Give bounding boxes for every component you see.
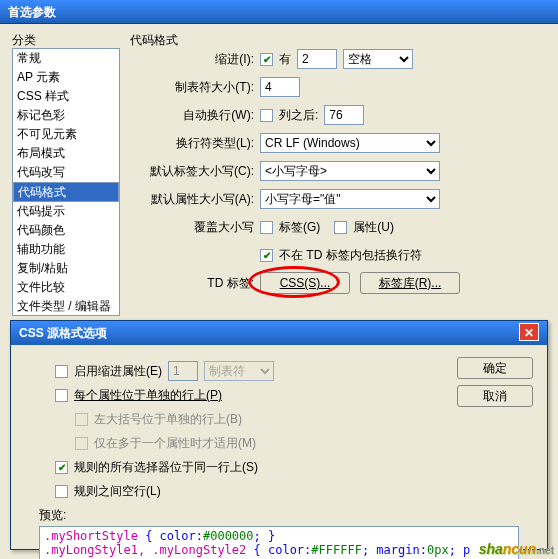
notd-checkbox[interactable]: ✔ bbox=[260, 249, 273, 262]
preview-label: 预览: bbox=[39, 507, 533, 524]
selectors-same-line-label: 规则的所有选择器位于同一行上(S) bbox=[74, 459, 258, 476]
category-item[interactable]: 代码提示 bbox=[13, 202, 119, 221]
notd-label: 不在 TD 标签内包括换行符 bbox=[279, 247, 422, 264]
category-listbox[interactable]: 常规AP 元素CSS 样式标记色彩不可见元素布局模式代码改写代码格式代码提示代码… bbox=[12, 48, 120, 316]
tabsize-input[interactable] bbox=[260, 77, 300, 97]
selectors-same-line-checkbox[interactable]: ✔ bbox=[55, 461, 68, 474]
category-item[interactable]: 布局模式 bbox=[13, 144, 119, 163]
linebreak-label: 换行符类型(L): bbox=[130, 135, 260, 152]
enable-indent-label: 启用缩进属性(E) bbox=[74, 363, 162, 380]
blank-between-rules-label: 规则之间空行(L) bbox=[74, 483, 161, 500]
override-label: 覆盖大小写 bbox=[130, 219, 260, 236]
enable-indent-checkbox[interactable] bbox=[55, 365, 68, 378]
tagcase-label: 默认标签大小写(C): bbox=[130, 163, 260, 180]
form-area: 缩进(I): ✔ 有 空格 制表符大小(T): 自动换行(W): 列之后: 换行… bbox=[130, 48, 552, 300]
tagcase-select[interactable]: <小写字母> bbox=[260, 161, 440, 181]
indent-unit-select2: 制表符 bbox=[204, 361, 274, 381]
category-item[interactable]: CSS 样式 bbox=[13, 87, 119, 106]
dialog-title: CSS 源格式选项 bbox=[19, 321, 107, 345]
override-tag-checkbox[interactable] bbox=[260, 221, 273, 234]
category-item[interactable]: 代码颜色 bbox=[13, 221, 119, 240]
css-options-dialog: CSS 源格式选项 ✕ 确定 取消 启用缩进属性(E) 制表符 每个属性位于单独… bbox=[10, 320, 548, 550]
categories-label: 分类 bbox=[12, 32, 36, 49]
indent-checkbox[interactable]: ✔ bbox=[260, 53, 273, 66]
category-item[interactable]: 文件类型 / 编辑器 bbox=[13, 297, 119, 316]
indent-num-input bbox=[168, 361, 198, 381]
prop-per-line-checkbox[interactable] bbox=[55, 389, 68, 402]
brace-sep-line-checkbox bbox=[75, 413, 88, 426]
ok-button[interactable]: 确定 bbox=[457, 357, 533, 379]
category-item[interactable]: 不可见元素 bbox=[13, 125, 119, 144]
tabsize-label: 制表符大小(T): bbox=[130, 79, 260, 96]
category-item[interactable]: 代码格式 bbox=[13, 182, 119, 202]
linebreak-select[interactable]: CR LF (Windows) bbox=[260, 133, 440, 153]
category-item[interactable]: AP 元素 bbox=[13, 68, 119, 87]
main-titlebar: 首选参数 bbox=[0, 0, 558, 24]
close-icon[interactable]: ✕ bbox=[519, 323, 539, 341]
category-item[interactable]: 辅助功能 bbox=[13, 240, 119, 259]
indent-you: 有 bbox=[279, 51, 291, 68]
category-item[interactable]: 文件比较 bbox=[13, 278, 119, 297]
autowrap-label: 自动换行(W): bbox=[130, 107, 260, 124]
only-multi-prop-checkbox bbox=[75, 437, 88, 450]
indent-label: 缩进(I): bbox=[130, 51, 260, 68]
css-button[interactable]: CSS(S)... bbox=[260, 272, 350, 294]
cancel-button[interactable]: 取消 bbox=[457, 385, 533, 407]
format-label: 代码格式 bbox=[130, 32, 178, 49]
category-item[interactable]: 常规 bbox=[13, 49, 119, 68]
indent-unit-select[interactable]: 空格 bbox=[343, 49, 413, 69]
override-attr-label: 属性(U) bbox=[353, 219, 394, 236]
tdtags-label: TD 标签: bbox=[130, 275, 260, 292]
autowrap-aftercol: 列之后: bbox=[279, 107, 318, 124]
brace-sep-line-label: 左大括号位于单独的行上(B) bbox=[94, 411, 242, 428]
category-item[interactable]: 标记色彩 bbox=[13, 106, 119, 125]
only-multi-prop-label: 仅在多于一个属性时才适用(M) bbox=[94, 435, 256, 452]
dialog-titlebar: CSS 源格式选项 ✕ bbox=[11, 321, 547, 345]
tag-library-button[interactable]: 标签库(R)... bbox=[360, 272, 460, 294]
autowrap-value-input[interactable] bbox=[324, 105, 364, 125]
category-item[interactable]: 复制/粘贴 bbox=[13, 259, 119, 278]
attrcase-label: 默认属性大小写(A): bbox=[130, 191, 260, 208]
indent-value-input[interactable] bbox=[297, 49, 337, 69]
attrcase-select[interactable]: 小写字母="值" bbox=[260, 189, 440, 209]
override-tag-label: 标签(G) bbox=[279, 219, 320, 236]
category-item[interactable]: 代码改写 bbox=[13, 163, 119, 182]
autowrap-checkbox[interactable] bbox=[260, 109, 273, 122]
blank-between-rules-checkbox[interactable] bbox=[55, 485, 68, 498]
override-attr-checkbox[interactable] bbox=[334, 221, 347, 234]
prop-per-line-label: 每个属性位于单独的行上(P) bbox=[74, 387, 222, 404]
preview-box: .myShortStyle { color:#000000; } .myLong… bbox=[39, 526, 519, 559]
